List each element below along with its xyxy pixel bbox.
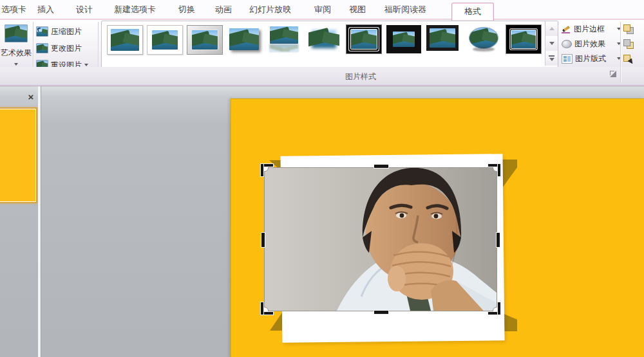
tab-partial-left[interactable]: 选项卡 — [1, 4, 26, 15]
reflection-effect — [269, 44, 299, 52]
portrait-photo — [265, 168, 497, 311]
crop-handle-edge[interactable] — [374, 310, 389, 315]
selection-pane-button[interactable] — [623, 52, 644, 65]
style-preview-icon — [430, 28, 455, 48]
gallery-style-simple-frame-black[interactable] — [426, 25, 459, 51]
oval-shadow — [473, 47, 495, 51]
selection-pane-icon — [623, 54, 634, 64]
gallery-more-button[interactable] — [545, 51, 558, 66]
change-picture-button[interactable]: 更改图片 — [36, 41, 82, 55]
tab-slideshow[interactable]: 幻灯片放映 — [249, 4, 291, 15]
picture-styles-gallery — [101, 21, 558, 68]
tab-new-tab[interactable]: 新建选项卡 — [114, 4, 156, 15]
gallery-style-metal-frame[interactable] — [187, 25, 223, 55]
style-preview-icon — [351, 30, 377, 49]
picture-border-icon — [562, 25, 571, 33]
more-line — [549, 55, 554, 57]
crop-handle-corner[interactable] — [497, 163, 501, 177]
change-picture-icon — [36, 43, 48, 53]
gallery-style-beveled-matte-white[interactable] — [147, 25, 183, 55]
gallery-style-metal-frame-black[interactable] — [506, 25, 541, 53]
slide-thumbnail-selected[interactable] — [0, 107, 37, 203]
tab-insert[interactable]: 插入 — [37, 4, 54, 15]
gold-corner-shape — [502, 160, 517, 188]
arrow-up-icon — [549, 27, 554, 30]
selected-picture[interactable] — [265, 168, 497, 311]
slides-pane: × — [0, 86, 38, 357]
style-preview-icon — [111, 29, 139, 51]
dialog-launcher-button[interactable] — [610, 71, 617, 78]
ribbon-tab-bar: 选项卡 插入 设计 新建选项卡 切换 动画 幻灯片放映 审阅 视图 福昕阅读器 … — [0, 0, 644, 19]
gallery-style-soft-edge[interactable] — [307, 25, 341, 53]
gold-corner-shape — [502, 313, 517, 331]
picture-border-button[interactable]: 图片边框 — [562, 23, 621, 35]
style-preview-icon — [270, 26, 298, 44]
compress-picture-icon — [36, 26, 48, 37]
tab-foxit-reader[interactable]: 福昕阅读器 — [384, 4, 426, 15]
gallery-scroll-down-button[interactable] — [545, 36, 558, 51]
workspace: × — [0, 86, 644, 357]
style-preview-icon — [152, 30, 178, 50]
send-backward-button[interactable] — [623, 37, 644, 50]
style-preview-icon — [469, 27, 498, 49]
slide-canvas[interactable] — [231, 98, 644, 357]
gallery-style-simple-frame-white[interactable] — [107, 25, 143, 55]
tab-animations[interactable]: 动画 — [215, 4, 232, 15]
crop-handle-edge[interactable] — [374, 164, 389, 169]
crop-handle-edge[interactable] — [496, 232, 500, 248]
compress-picture-label: 压缩图片 — [51, 26, 82, 37]
gallery-style-reflected[interactable] — [267, 25, 301, 53]
crop-handle-corner[interactable] — [260, 302, 264, 315]
gallery-scroll-up-button[interactable] — [545, 21, 558, 37]
style-preview-icon — [308, 27, 339, 51]
tab-transitions[interactable]: 切换 — [178, 4, 195, 15]
picture-border-label: 图片边框 — [574, 24, 614, 35]
crop-handle-corner[interactable] — [260, 163, 264, 177]
picture-layout-button[interactable]: 图片版式 — [562, 52, 621, 65]
arrow-down-icon — [549, 58, 554, 61]
crop-handle-edge[interactable] — [261, 232, 265, 248]
tab-format-active[interactable]: 格式 — [451, 3, 494, 21]
gallery-style-beveled-oval[interactable] — [466, 25, 501, 53]
bring-forward-button[interactable] — [623, 23, 644, 35]
powerpoint-window: 选项卡 插入 设计 新建选项卡 切换 动画 幻灯片放映 审阅 视图 福昕阅读器 … — [0, 0, 644, 357]
compress-picture-button[interactable]: 压缩图片 — [36, 24, 82, 39]
picture-effects-icon — [562, 40, 572, 48]
change-picture-label: 更改图片 — [51, 43, 82, 54]
picture-layout-label: 图片版式 — [575, 53, 614, 64]
gold-corner-shape — [270, 313, 282, 331]
gallery-scroll-controls — [545, 21, 558, 66]
style-preview-icon — [511, 30, 536, 48]
style-preview-icon — [192, 30, 218, 50]
gallery-style-double-frame-black[interactable] — [346, 25, 381, 53]
tab-design[interactable]: 设计 — [76, 4, 93, 15]
pane-splitter[interactable] — [38, 86, 41, 357]
picture-layout-icon — [562, 54, 573, 64]
chevron-down-icon — [14, 63, 18, 66]
style-preview-icon — [229, 28, 259, 50]
bring-forward-icon — [623, 24, 634, 34]
tab-review[interactable]: 审阅 — [314, 4, 331, 15]
picture-effects-label: 图片效果 — [574, 39, 614, 50]
group-divider — [620, 22, 621, 82]
artistic-effects-label: 艺术效果 — [0, 48, 32, 59]
ribbon: 艺术效果 压缩图片 更改图片 重设图片 — [0, 20, 644, 86]
send-backward-icon — [623, 39, 634, 49]
pane-close-button[interactable]: × — [25, 91, 37, 103]
crop-handle-corner[interactable] — [497, 302, 501, 315]
arrow-down-icon — [549, 42, 554, 45]
chevron-down-icon — [84, 64, 88, 66]
gallery-style-thick-matte-black[interactable] — [386, 25, 421, 53]
gallery-style-drop-shadow[interactable] — [227, 25, 261, 53]
tab-view[interactable]: 视图 — [349, 4, 366, 15]
picture-styles-group-label: 图片样式 — [101, 71, 620, 82]
style-preview-icon — [393, 32, 415, 47]
artistic-effects-icon — [5, 24, 28, 42]
picture-effects-button[interactable]: 图片效果 — [562, 37, 621, 50]
